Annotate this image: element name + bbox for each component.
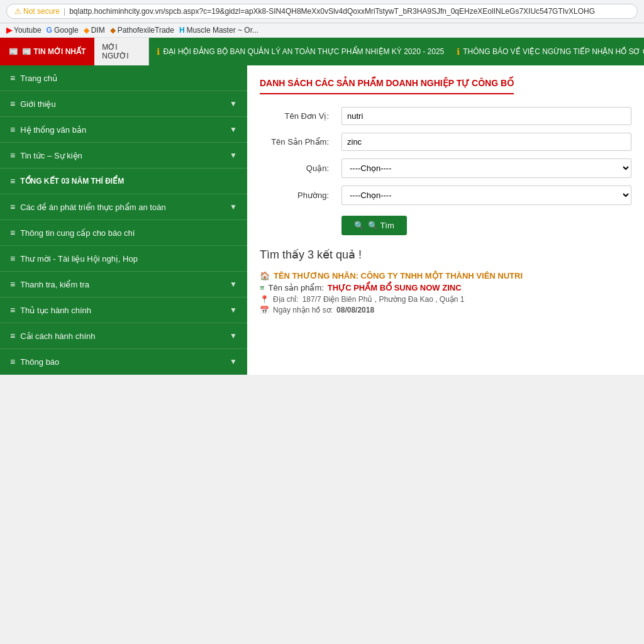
result-card-1: 🏠 TÊN THƯƠNG NHÂN: CÔNG TY TNHH MỘT THÀN… <box>260 271 631 314</box>
sidebar-label: Hệ thống văn bản <box>20 125 86 135</box>
ticker-text-2: THÔNG BÁO VỀ VIỆC NGỪNG TIẾP NHẬN HỒ SƠ … <box>463 47 644 56</box>
san-pham-input[interactable] <box>341 133 631 151</box>
dot-icon: ℹ <box>157 47 160 57</box>
label-wrap: ≡ Thông báo <box>10 357 59 367</box>
bookmark-dim[interactable]: ◆ DIM <box>84 26 105 35</box>
label-wrap: ≡ Thủ tục hành chính <box>10 305 91 315</box>
sidebar-item-hethongvanban[interactable]: ≡ Hệ thống văn bản ▼ <box>0 117 247 143</box>
date-label: Ngày nhận hồ sơ: <box>273 306 333 314</box>
home-icon: 🏠 <box>260 271 270 280</box>
sidebar-item-trangchu[interactable]: ≡ Trang chủ <box>0 65 247 91</box>
menu-icon: ≡ <box>10 125 15 135</box>
product-label: Tên sản phẩm: <box>269 283 324 292</box>
url-display: bqlattp.hochiminhcity.gov.vn/spcb.aspx?c… <box>69 7 595 16</box>
company-name: TÊN THƯƠNG NHÂN: CÔNG TY TNHH MỘT THÀNH … <box>274 271 523 280</box>
bookmark-label: Google <box>54 26 79 35</box>
sidebar-item-thutuc[interactable]: ≡ Thủ tục hành chính ▼ <box>0 297 247 323</box>
menu-icon: ≡ <box>10 176 15 186</box>
result-address: 📍 Địa chỉ: 187/7 Điện Biên Phủ , Phường … <box>260 295 631 304</box>
newspaper-icon: 📰 <box>9 47 18 56</box>
dim-icon: ◆ <box>84 26 89 35</box>
quan-label: Quận: <box>260 164 335 173</box>
bookmark-muscle[interactable]: H Muscle Master ~ Or... <box>179 26 258 35</box>
sidebar-label: Trang chủ <box>20 74 57 83</box>
menu-icon: ≡ <box>10 73 15 83</box>
ticker-item-2: ℹ THÔNG BÁO VỀ VIỆC NGỪNG TIẾP NHẬN HỒ S… <box>457 47 644 57</box>
sidebar-label: TỔNG KẾT 03 NĂM THÍ ĐIỂM <box>20 177 124 186</box>
sidebar-item-caicach[interactable]: ≡ Cải cách hành chính ▼ <box>0 323 247 349</box>
label-wrap: ≡ TỔNG KẾT 03 NĂM THÍ ĐIỂM <box>10 176 124 186</box>
search-icon: 🔍 <box>354 221 364 230</box>
form-row-quan: Quận: ----Chọn---- <box>260 158 631 178</box>
menu-icon: ≡ <box>10 228 15 238</box>
bookmark-label: DIM <box>91 26 105 35</box>
form-row-sanpham: Tên Sản Phẩm: <box>260 133 631 151</box>
youtube-icon: ▶ <box>6 26 12 35</box>
sidebar-label: Thông báo <box>20 357 59 367</box>
sidebar-item-thummoi[interactable]: ≡ Thư mời - Tài liệu Hội nghị, Hop <box>0 246 247 272</box>
muscle-icon: H <box>179 26 185 35</box>
label-wrap: ≡ Thông tin cung cấp cho báo chí <box>10 228 135 238</box>
sidebar-label: Giới thiệu <box>20 99 55 109</box>
chevron-right-icon: ▼ <box>230 151 237 160</box>
label-wrap: ≡ Giới thiệu <box>10 99 56 109</box>
sidebar-label: Thủ tục hành chính <box>20 306 91 315</box>
bookmark-google[interactable]: G Google <box>47 26 79 35</box>
sidebar-item-gioithieu[interactable]: ≡ Giới thiệu ▼ <box>0 91 247 117</box>
menu-icon: ≡ <box>10 253 15 264</box>
label-wrap: ≡ Thư mời - Tài liệu Hội nghị, Hop <box>10 253 138 264</box>
chevron-right-icon: ▼ <box>230 203 237 211</box>
main-layout: ≡ Trang chủ ≡ Giới thiệu ▼ ≡ Hệ thống vă… <box>0 65 644 375</box>
chevron-right-icon: ▼ <box>230 306 237 314</box>
sidebar-item-tintuc[interactable]: ≡ Tin tức – Sự kiện ▼ <box>0 143 247 169</box>
quan-select[interactable]: ----Chọn---- <box>341 158 631 178</box>
bookmark-pathofexile[interactable]: ◆ PathofexileTrade <box>110 26 174 35</box>
label-wrap: ≡ Các đề án phát triển thực phẩm an toàn <box>10 202 166 212</box>
ticker-text-1: ĐẠI HỘI ĐẢNG BỘ BAN QUẢN LÝ AN TOÀN THỰC… <box>163 47 444 56</box>
sidebar-item-thanhtra[interactable]: ≡ Thanh tra, kiểm tra ▼ <box>0 272 247 297</box>
bookmark-youtube[interactable]: ▶ Youtube <box>6 26 42 35</box>
page-wrapper: 📰 📰 TIN MỚI NHẤT MỚI NGƯỜI ℹ ĐẠI HỘI ĐẢN… <box>0 38 644 375</box>
address-bar[interactable]: ⚠ Not secure | bqlattp.hochiminhcity.gov… <box>6 4 638 19</box>
label-wrap: ≡ Cải cách hành chính <box>10 331 95 341</box>
label-wrap: ≡ Tin tức – Sự kiện <box>10 150 82 160</box>
chevron-right-icon: ▼ <box>230 99 237 108</box>
label-wrap: ≡ Hệ thống văn bản <box>10 125 86 135</box>
chevron-right-icon: ▼ <box>230 280 237 289</box>
result-product: ≡ Tên sản phẩm: THỰC PHẨM BỔ SUNG NOW ZI… <box>260 283 631 292</box>
date-value: 08/08/2018 <box>336 306 374 314</box>
form-row-donvi: Tên Đơn Vị: <box>260 107 631 125</box>
menu-icon: ≡ <box>10 357 15 367</box>
menu-icon: ≡ <box>10 331 15 341</box>
sidebar-item-thongbao[interactable]: ≡ Thông báo ▼ <box>0 349 247 375</box>
don-vi-input[interactable] <box>341 107 631 125</box>
ticker-content: ℹ ĐẠI HỘI ĐẢNG BỘ BAN QUẢN LÝ AN TOÀN TH… <box>149 38 644 65</box>
chevron-right-icon: ▼ <box>230 125 237 134</box>
security-label: Not secure <box>23 7 60 16</box>
sidebar-item-tongket[interactable]: ≡ TỔNG KẾT 03 NĂM THÍ ĐIỂM <box>0 169 247 194</box>
sidebar-label: Thông tin cung cấp cho báo chí <box>20 228 135 238</box>
sidebar-label: Cải cách hành chính <box>20 331 95 341</box>
label-wrap: ≡ Thanh tra, kiểm tra <box>10 279 89 289</box>
menu-icon: ≡ <box>10 305 15 315</box>
content-area: DANH SÁCH CÁC SẢN PHẨM DOANH NGHIỆP TỰ C… <box>247 65 644 375</box>
results-count: Tìm thấy 3 kết quả ! <box>260 248 631 262</box>
phuong-label: Phường: <box>260 191 335 200</box>
result-date: 📅 Ngày nhận hồ sơ: 08/08/2018 <box>260 306 631 314</box>
calendar-icon: 📅 <box>260 306 269 314</box>
sidebar-item-thongtin[interactable]: ≡ Thông tin cung cấp cho báo chí <box>0 220 247 246</box>
bookmarks-bar: ▶ Youtube G Google ◆ DIM ◆ PathofexileTr… <box>0 23 644 38</box>
search-button-label: 🔍 Tìm <box>368 221 394 230</box>
phuong-select[interactable]: ----Chọn---- <box>341 186 631 205</box>
dot-icon-2: ℹ <box>457 47 460 57</box>
ticker-item-1: ℹ ĐẠI HỘI ĐẢNG BỘ BAN QUẢN LÝ AN TOÀN TH… <box>157 47 444 57</box>
sidebar-label: Các đề án phát triển thực phẩm an toàn <box>20 203 165 212</box>
ticker-label-text: 📰 TIN MỚI NHẤT <box>22 47 86 56</box>
chevron-right-icon: ▼ <box>230 357 237 366</box>
search-button[interactable]: 🔍 🔍 Tìm <box>341 216 407 235</box>
menu-icon: ≡ <box>10 150 15 160</box>
product-name: THỰC PHẨM BỔ SUNG NOW ZINC <box>328 283 462 292</box>
ticker-label: 📰 📰 TIN MỚI NHẤT <box>0 38 94 65</box>
form-row-submit: 🔍 🔍 Tìm <box>260 213 631 235</box>
sidebar-item-dean[interactable]: ≡ Các đề án phát triển thực phẩm an toàn… <box>0 194 247 220</box>
